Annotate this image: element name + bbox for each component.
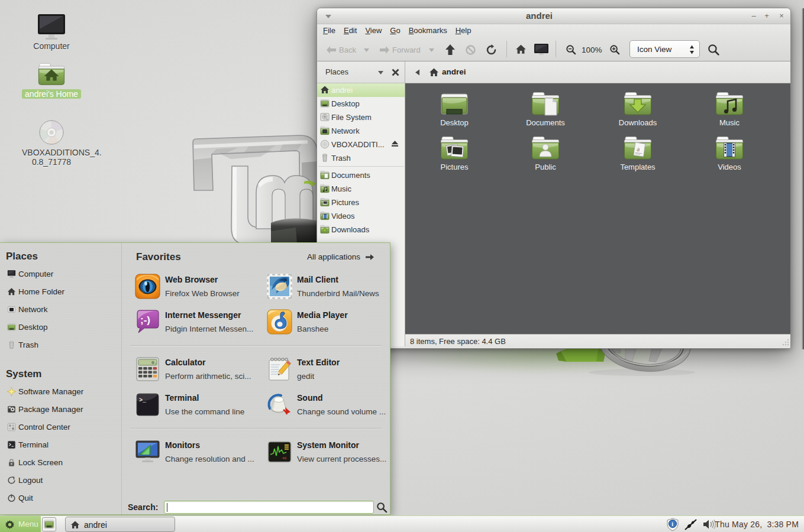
svg-text:40: 40	[282, 456, 287, 460]
svg-text:;-): ;-)	[140, 314, 150, 326]
svg-text:0.: 0.	[151, 360, 157, 365]
svg-text:>_: >_	[139, 397, 147, 404]
svg-text:i: i	[671, 521, 673, 527]
